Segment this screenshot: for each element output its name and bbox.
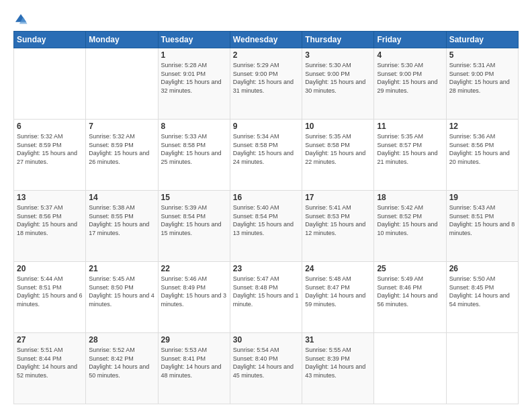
day-info: Sunrise: 5:49 AMSunset: 8:46 PMDaylight:… [377, 275, 443, 308]
calendar-day-cell [446, 333, 518, 404]
calendar-day-cell: 27Sunrise: 5:51 AMSunset: 8:44 PMDayligh… [14, 333, 86, 404]
calendar-day-cell: 7Sunrise: 5:32 AMSunset: 8:59 PMDaylight… [86, 120, 158, 191]
calendar-day-cell: 6Sunrise: 5:32 AMSunset: 8:59 PMDaylight… [14, 120, 86, 191]
day-number: 30 [233, 335, 299, 345]
day-number: 29 [161, 335, 227, 345]
day-info: Sunrise: 5:40 AMSunset: 8:54 PMDaylight:… [233, 203, 299, 237]
day-info: Sunrise: 5:39 AMSunset: 8:54 PMDaylight:… [161, 203, 227, 237]
calendar-day-cell: 11Sunrise: 5:35 AMSunset: 8:57 PMDayligh… [374, 120, 446, 191]
day-info: Sunrise: 5:28 AMSunset: 9:01 PMDaylight:… [161, 61, 227, 95]
calendar-day-cell: 13Sunrise: 5:37 AMSunset: 8:56 PMDayligh… [14, 191, 86, 262]
calendar-day-cell: 9Sunrise: 5:34 AMSunset: 8:58 PMDaylight… [230, 120, 302, 191]
calendar-body: 1Sunrise: 5:28 AMSunset: 9:01 PMDaylight… [14, 48, 519, 404]
day-info: Sunrise: 5:32 AMSunset: 8:59 PMDaylight:… [17, 132, 83, 166]
calendar-day-cell: 18Sunrise: 5:42 AMSunset: 8:52 PMDayligh… [374, 191, 446, 262]
day-info: Sunrise: 5:33 AMSunset: 8:58 PMDaylight:… [161, 132, 227, 166]
calendar-day-cell: 31Sunrise: 5:55 AMSunset: 8:39 PMDayligh… [302, 333, 374, 404]
day-number: 15 [161, 193, 227, 202]
calendar-day-cell: 30Sunrise: 5:54 AMSunset: 8:40 PMDayligh… [230, 333, 302, 404]
day-number: 13 [17, 193, 83, 202]
day-number: 9 [233, 122, 299, 131]
day-info: Sunrise: 5:29 AMSunset: 9:00 PMDaylight:… [233, 61, 299, 95]
day-info: Sunrise: 5:55 AMSunset: 8:39 PMDaylight:… [305, 346, 371, 379]
day-info: Sunrise: 5:42 AMSunset: 8:52 PMDaylight:… [377, 203, 443, 237]
page: SundayMondayTuesdayWednesdayThursdayFrid… [0, 0, 532, 411]
day-number: 23 [233, 264, 299, 273]
day-info: Sunrise: 5:30 AMSunset: 9:00 PMDaylight:… [305, 61, 371, 95]
day-number: 28 [89, 335, 154, 345]
logo [13, 12, 31, 27]
day-number: 17 [305, 193, 371, 202]
day-info: Sunrise: 5:35 AMSunset: 8:58 PMDaylight:… [305, 132, 371, 166]
calendar-day-cell: 3Sunrise: 5:30 AMSunset: 9:00 PMDaylight… [302, 48, 374, 120]
calendar-day-cell [86, 48, 158, 120]
calendar-header: SundayMondayTuesdayWednesdayThursdayFrid… [14, 32, 519, 48]
logo-icon [13, 12, 28, 27]
calendar-day-cell: 10Sunrise: 5:35 AMSunset: 8:58 PMDayligh… [302, 120, 374, 191]
day-number: 2 [233, 50, 299, 60]
calendar-day-cell: 5Sunrise: 5:31 AMSunset: 9:00 PMDaylight… [446, 48, 518, 120]
day-number: 5 [449, 50, 515, 60]
day-of-week-header: Friday [374, 32, 446, 48]
day-number: 20 [17, 264, 83, 273]
day-info: Sunrise: 5:37 AMSunset: 8:56 PMDaylight:… [17, 203, 83, 237]
day-info: Sunrise: 5:53 AMSunset: 8:41 PMDaylight:… [161, 346, 227, 379]
day-info: Sunrise: 5:48 AMSunset: 8:47 PMDaylight:… [305, 275, 371, 308]
calendar-day-cell: 16Sunrise: 5:40 AMSunset: 8:54 PMDayligh… [230, 191, 302, 262]
day-number: 1 [161, 50, 227, 60]
day-number: 11 [377, 122, 443, 131]
calendar-week-row: 1Sunrise: 5:28 AMSunset: 9:01 PMDaylight… [14, 48, 519, 120]
calendar-day-cell: 12Sunrise: 5:36 AMSunset: 8:56 PMDayligh… [446, 120, 518, 191]
day-info: Sunrise: 5:44 AMSunset: 8:51 PMDaylight:… [17, 275, 83, 308]
calendar-day-cell: 23Sunrise: 5:47 AMSunset: 8:48 PMDayligh… [230, 262, 302, 333]
calendar-day-cell [374, 333, 446, 404]
calendar-day-cell: 24Sunrise: 5:48 AMSunset: 8:47 PMDayligh… [302, 262, 374, 333]
day-number: 14 [89, 193, 154, 202]
day-number: 19 [449, 193, 515, 202]
day-number: 26 [449, 264, 515, 273]
day-number: 25 [377, 264, 443, 273]
day-number: 10 [305, 122, 371, 131]
day-info: Sunrise: 5:47 AMSunset: 8:48 PMDaylight:… [233, 275, 299, 308]
calendar-day-cell [14, 48, 86, 120]
calendar-day-cell: 1Sunrise: 5:28 AMSunset: 9:01 PMDaylight… [158, 48, 230, 120]
day-info: Sunrise: 5:52 AMSunset: 8:42 PMDaylight:… [89, 346, 154, 379]
day-info: Sunrise: 5:30 AMSunset: 9:00 PMDaylight:… [377, 61, 443, 95]
header-row: SundayMondayTuesdayWednesdayThursdayFrid… [14, 32, 519, 48]
calendar-day-cell: 14Sunrise: 5:38 AMSunset: 8:55 PMDayligh… [86, 191, 158, 262]
calendar-day-cell: 15Sunrise: 5:39 AMSunset: 8:54 PMDayligh… [158, 191, 230, 262]
day-info: Sunrise: 5:43 AMSunset: 8:51 PMDaylight:… [449, 203, 515, 237]
day-info: Sunrise: 5:31 AMSunset: 9:00 PMDaylight:… [449, 61, 515, 95]
day-info: Sunrise: 5:34 AMSunset: 8:58 PMDaylight:… [233, 132, 299, 166]
day-info: Sunrise: 5:45 AMSunset: 8:50 PMDaylight:… [89, 275, 154, 308]
day-number: 4 [377, 50, 443, 60]
calendar-week-row: 13Sunrise: 5:37 AMSunset: 8:56 PMDayligh… [14, 191, 519, 262]
calendar-day-cell: 25Sunrise: 5:49 AMSunset: 8:46 PMDayligh… [374, 262, 446, 333]
day-number: 16 [233, 193, 299, 202]
day-number: 31 [305, 335, 371, 345]
day-of-week-header: Tuesday [158, 32, 230, 48]
day-number: 18 [377, 193, 443, 202]
calendar-table: SundayMondayTuesdayWednesdayThursdayFrid… [13, 31, 519, 404]
calendar-day-cell: 22Sunrise: 5:46 AMSunset: 8:49 PMDayligh… [158, 262, 230, 333]
calendar-day-cell: 20Sunrise: 5:44 AMSunset: 8:51 PMDayligh… [14, 262, 86, 333]
calendar-day-cell: 19Sunrise: 5:43 AMSunset: 8:51 PMDayligh… [446, 191, 518, 262]
day-number: 3 [305, 50, 371, 60]
calendar-day-cell: 2Sunrise: 5:29 AMSunset: 9:00 PMDaylight… [230, 48, 302, 120]
day-number: 8 [161, 122, 227, 131]
header [13, 12, 519, 27]
day-number: 24 [305, 264, 371, 273]
calendar-day-cell: 21Sunrise: 5:45 AMSunset: 8:50 PMDayligh… [86, 262, 158, 333]
day-info: Sunrise: 5:36 AMSunset: 8:56 PMDaylight:… [449, 132, 515, 166]
day-number: 27 [17, 335, 83, 345]
day-number: 21 [89, 264, 154, 273]
calendar-day-cell: 4Sunrise: 5:30 AMSunset: 9:00 PMDaylight… [374, 48, 446, 120]
day-number: 7 [89, 122, 154, 131]
day-info: Sunrise: 5:32 AMSunset: 8:59 PMDaylight:… [89, 132, 154, 166]
calendar-day-cell: 17Sunrise: 5:41 AMSunset: 8:53 PMDayligh… [302, 191, 374, 262]
day-number: 12 [449, 122, 515, 131]
day-info: Sunrise: 5:41 AMSunset: 8:53 PMDaylight:… [305, 203, 371, 237]
day-info: Sunrise: 5:54 AMSunset: 8:40 PMDaylight:… [233, 346, 299, 379]
calendar-day-cell: 29Sunrise: 5:53 AMSunset: 8:41 PMDayligh… [158, 333, 230, 404]
day-of-week-header: Monday [86, 32, 158, 48]
